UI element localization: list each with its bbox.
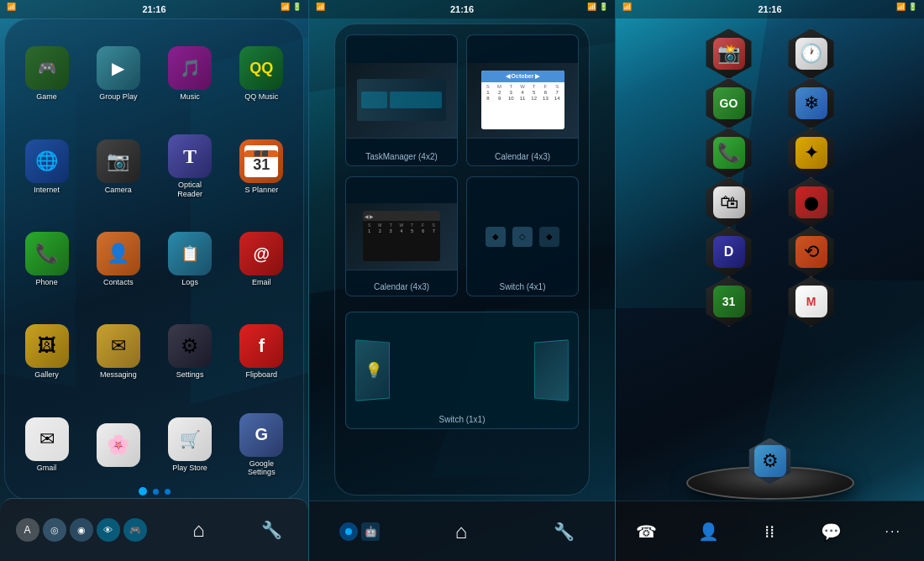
app-label-internet: Internet [34, 186, 60, 195]
app-label-email: Email [252, 278, 271, 287]
widget-switch[interactable]: ◆ ◇ ◆ Switch (4x1) [466, 176, 579, 296]
app-icon-messaging: ✉ [97, 324, 140, 368]
app-icon-flipboard: f [239, 324, 283, 368]
app-icon-splanner: ⬛⬛ 31 [239, 139, 283, 183]
hex-spacer-1 [762, 28, 779, 80]
app-playstore[interactable]: 🛒 Play Store [156, 401, 224, 490]
widget-calendar-2[interactable]: ◀ ▶ SMTWTFS 1234567 Calendar (4x3) [345, 176, 458, 296]
app-music[interactable]: 🎵 Music [156, 29, 224, 118]
hex-spacer-2 [762, 77, 779, 129]
panel-2: 📶 21:16 📶 🔋 TaskManager (4x2) [308, 0, 616, 561]
app-icon-contacts: 👤 [97, 232, 140, 275]
app-icon-groupplay: ▶ [97, 46, 140, 90]
app-label-splanner: S Planner [245, 186, 279, 195]
app-icon-email: @ [239, 232, 283, 275]
nav-home-btn-1[interactable]: ⌂ [178, 509, 220, 551]
widget-switch-3d[interactable]: 💡 Switch (1x1) [345, 312, 579, 429]
app-splanner[interactable]: ⬛⬛ 31 S Planner [228, 122, 296, 211]
app-label-camera: Camera [105, 186, 132, 195]
app-settings[interactable]: ⚙ Settings [156, 307, 224, 396]
hex-row-6: 31 M [703, 275, 837, 328]
widget-row-3: 💡 Switch (1x1) [335, 301, 589, 444]
hex-gmail[interactable]: M [785, 275, 837, 328]
status-time-1: 21:16 [142, 4, 165, 14]
app-label-googlesettings: Google Settings [236, 459, 286, 478]
app-internet[interactable]: 🌐 Internet [13, 122, 81, 211]
app-group-play[interactable]: ▶ Group Play [84, 29, 152, 118]
status-time-3: 21:16 [758, 4, 781, 14]
nav-dots-btn-3[interactable]: ··· [872, 511, 914, 553]
app-photos[interactable]: 🌸 Photos [84, 401, 152, 490]
hex-chrome[interactable]: ⬤ [785, 176, 837, 228]
app-label-groupplay: Group Play [99, 92, 137, 102]
status-signal-left: 📶 [7, 3, 16, 11]
widget-calendar-1[interactable]: ◀ October ▶ SMTWTFS 1234567 891011121314… [466, 34, 579, 166]
dot-2 [153, 489, 159, 495]
widget-taskmanager[interactable]: TaskManager (4x2) [345, 34, 458, 166]
page-indicators-1 [139, 487, 171, 495]
nav-contacts-btn-3[interactable]: 👤 [687, 511, 729, 553]
app-flipboard[interactable]: f Flipboard [228, 307, 296, 396]
app-gallery[interactable]: 🖼 Gallery [13, 307, 81, 396]
app-icon-googlesettings: G [239, 413, 283, 457]
hex-snowflake[interactable]: ❄ [785, 77, 837, 129]
hex-star[interactable]: ✦ [785, 127, 837, 179]
app-email[interactable]: @ Email [228, 215, 296, 304]
nav-wrench-btn-1[interactable]: 🔧 [251, 509, 293, 551]
nav-phone-btn-3[interactable]: ☎ [626, 511, 668, 553]
nav-icon-circle2[interactable]: ◉ [70, 518, 93, 542]
app-game[interactable]: 🎮 Game [13, 29, 81, 118]
nav-icon-circle1[interactable]: ◎ [43, 518, 66, 542]
dot-3 [165, 489, 171, 495]
platform-center: ⚙ [744, 435, 796, 487]
hex-phone[interactable]: 📞 [703, 127, 755, 179]
app-icon-gmail: ✉ [25, 417, 69, 461]
nav-icon-a[interactable]: A [16, 518, 39, 542]
nav-apps-btn-3[interactable]: ⁞⁞ [748, 511, 790, 553]
app-icon-settings: ⚙ [168, 324, 212, 368]
hex-row-5: D ⟲ [703, 226, 837, 278]
hex-settings-center[interactable]: ⚙ [744, 435, 796, 487]
app-icon-photos: 🌸 [97, 423, 140, 467]
app-icon-music: 🎵 [168, 46, 212, 90]
nav-icon-group-2: 🤖 [339, 522, 380, 541]
app-qq-music[interactable]: QQ QQ Music [228, 29, 296, 118]
nav-icon-eye[interactable]: 👁 [97, 518, 120, 542]
app-label-contacts: Contacts [103, 278, 134, 287]
nav-wrench-btn-2[interactable]: 🔧 [543, 511, 585, 553]
hex-pinwheel[interactable]: ⟲ [785, 226, 837, 278]
widget-label-calendar2: Calendar (4x3) [374, 282, 429, 291]
hex-shop[interactable]: 🛍 [703, 176, 755, 228]
hex-clock[interactable]: 🕐 [785, 28, 837, 80]
hex-grid-3: 📸 🕐 GO ❄ 📞 [616, 24, 924, 495]
app-googlesettings[interactable]: G Google Settings [228, 401, 296, 490]
nav-icon-android[interactable]: 🤖 [361, 522, 380, 541]
app-camera[interactable]: 📷 Camera [84, 122, 152, 211]
app-logs[interactable]: 📋 Logs [156, 215, 224, 304]
nav-home-btn-2[interactable]: ⌂ [440, 511, 482, 553]
widget-label-calendar1: Calendar (4x3) [495, 152, 550, 161]
panel-1: 📶 21:16 📶 🔋 🎮 Game ▶ Group Play 🎵 Music [0, 0, 308, 561]
app-label-messaging: Messaging [100, 370, 137, 380]
nav-chat-btn-3[interactable]: 💬 [811, 511, 853, 553]
hex-spacer-6 [762, 275, 779, 328]
nav-icon-game[interactable]: 🎮 [123, 518, 147, 542]
hex-calendar[interactable]: 31 [703, 275, 755, 328]
status-icons-right-2: 📶 🔋 [587, 3, 608, 11]
app-phone[interactable]: 📞 Phone [13, 215, 81, 304]
app-optical[interactable]: T Optical Reader [156, 122, 224, 211]
hex-photos[interactable]: 📸 [703, 28, 755, 80]
widget-label-switch: Switch (4x1) [499, 282, 545, 291]
hex-go[interactable]: GO [703, 77, 755, 129]
hex-row-2: GO ❄ [703, 77, 837, 129]
app-gmail[interactable]: ✉ Gmail [13, 401, 81, 490]
app-label-game: Game [36, 92, 57, 102]
hex-dash[interactable]: D [703, 226, 755, 278]
widget-row-2: ◀ ▶ SMTWTFS 1234567 Calendar (4x3) ◆ ◇ ◆… [335, 171, 589, 301]
app-contacts[interactable]: 👤 Contacts [84, 215, 152, 304]
app-messaging[interactable]: ✉ Messaging [84, 307, 152, 396]
hex-row-3: 📞 ✦ [703, 127, 837, 179]
app-label-phone: Phone [36, 278, 58, 287]
nav-icon-blue[interactable] [339, 522, 358, 541]
widget-label-switch-1x1: Switch (1x1) [438, 415, 485, 424]
